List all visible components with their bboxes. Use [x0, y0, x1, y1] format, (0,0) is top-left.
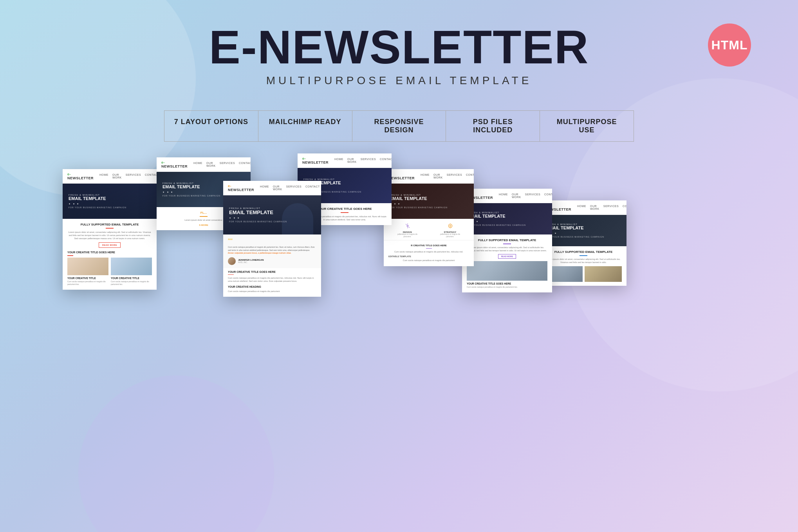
template-card-3[interactable]: e-NEWSLETTER HOME OUR WORK SERVICES CONT…	[223, 181, 321, 297]
template-nav-6: e-NEWSLETTER HOME OUR WORK SERVICES CONT…	[462, 189, 552, 203]
features-bar: 7 LAYOUT OPTIONS MAILCHIMP READY RESPONS…	[164, 110, 634, 142]
template-body-1: FULLY SUPPORTED EMAIL TEMPLATE Lorem ips…	[63, 219, 157, 290]
template-nav-2: e-NEWSLETTER HOME OUR WORK SERVICES CONT…	[157, 157, 251, 172]
design-icon	[404, 222, 412, 230]
feature-layout-options: 7 LAYOUT OPTIONS	[164, 111, 258, 141]
svg-point-0	[407, 225, 408, 227]
template-nav-links-6: HOME OUR WORK SERVICES CONTACT	[499, 193, 552, 198]
strategy-icon	[446, 222, 454, 230]
template-brand-4: e-NEWSLETTER	[302, 157, 329, 164]
feature-psd: PSD FILES INCLUDED	[446, 111, 540, 141]
main-title: E-NEWSLETTER	[0, 23, 798, 70]
card-img-1a	[67, 258, 108, 275]
template-nav-4: e-NEWSLETTER HOME OUR WORK SERVICES CONT…	[298, 153, 392, 168]
card-img-6	[467, 261, 547, 281]
hero-text-3: FRESH & MINIMALIST EMAIL TEMPLATE ✦ ✦ ✦ …	[229, 207, 315, 223]
template-card-6[interactable]: e-NEWSLETTER HOME OUR WORK SERVICES CONT…	[462, 189, 552, 292]
template-card-7[interactable]: e-NEWSLETTER HOME OUR WORK SERVICES CONT…	[540, 200, 626, 286]
hero-text-7: FRESH & MINIMALIST EMAIL TEMPLATE ✦ ✦ ✦ …	[546, 223, 621, 238]
hero-text-1: FRESH & MINIMALIST EMAIL TEMPLATE ✦ ✦ ✦ …	[69, 194, 151, 208]
template-brand-2: e-NEWSLETTER	[161, 161, 188, 168]
template-body-5: R CREATIVE TITLE GOES HERE Cum sociis na…	[384, 240, 474, 266]
templates-showcase: e-NEWSLETTER HOME OUR WORK SERVICES CONT…	[0, 150, 798, 482]
template-nav-links-7: HOME OUR WORK SERVICES CONTACT	[577, 205, 626, 210]
author-avatar	[228, 257, 236, 265]
template-body-3: YOUR CREATIVE TITLE GOES HERE Cum sociis…	[223, 268, 321, 297]
template-btn-6[interactable]: READ MORE	[498, 254, 516, 259]
svg-line-4	[408, 227, 409, 228]
svg-line-3	[406, 224, 406, 225]
sub-title: MULTIPURPOSE EMAIL TEMPLATE	[0, 74, 798, 87]
template-body-6: FULLY SUPPORTED EMAIL TEMPLATE Lorem ips…	[462, 234, 552, 292]
hero-text-5: FRESH & MINIMALIST EMAIL TEMPLATE ✦ ✦ ✦ …	[390, 194, 468, 208]
feature-mailchimp: MAILCHIMP READY	[258, 111, 352, 141]
hero-text-6: FRESH & MINIMALIST EMAIL TEMPLATE ✦ ✦ ✦ …	[468, 211, 546, 226]
template-card-5[interactable]: e-NEWSLETTER HOME OUR WORK SERVICES CONT…	[384, 169, 474, 266]
template-brand-5: e-NEWSLETTER	[388, 172, 415, 180]
template-brand-3: e-NEWSLETTER	[228, 184, 254, 192]
html-badge: HTML	[708, 23, 751, 67]
template-nav-links-4: HOME OUR WORK SERVICES CONTACT	[334, 158, 392, 163]
svg-point-5	[450, 225, 451, 227]
template-nav-links-3: HOME OUR WORK SERVICES CONTACT	[260, 185, 320, 191]
feature-multipurpose: MULTIPURPOSE USE	[540, 111, 634, 141]
template-nav-links-5: HOME OUR WORK SERVICES CONTACT	[421, 173, 474, 179]
template-icons-row: DESIGN pellentequs et magnis dis parturi…	[384, 219, 474, 240]
template-brand-1: e-NEWSLETTER	[67, 172, 94, 180]
template-body-7: FULLY SUPPORTED EMAIL TEMPLATE Lorem ips…	[540, 246, 626, 286]
template-nav-5: e-NEWSLETTER HOME OUR WORK SERVICES CONT…	[384, 169, 474, 184]
template-nav-3: e-NEWSLETTER HOME OUR WORK SERVICES CONT…	[223, 181, 321, 195]
template-nav-7: e-NEWSLETTER HOME OUR WORK SERVICES CONT…	[540, 200, 626, 215]
template-nav-1: e-NEWSLETTER HOME OUR WORK SERVICES CONT…	[63, 169, 157, 184]
template-card-1[interactable]: e-NEWSLETTER HOME OUR WORK SERVICES CONT…	[63, 169, 157, 290]
template-btn-1[interactable]: READ MORE	[99, 242, 121, 248]
card-img-7b	[585, 266, 622, 282]
card-img-1b	[111, 258, 152, 275]
header: HTML E-NEWSLETTER MULTIPURPOSE EMAIL TEM…	[0, 0, 798, 103]
template-testimonial: ““ Cum sociis natoque penatibus et magni…	[223, 234, 321, 268]
template-nav-links-2: HOME OUR WORK SERVICES CONTACT	[193, 162, 251, 167]
feature-responsive: RESPONSIVE DESIGN	[352, 111, 446, 141]
template-nav-links-1: HOME OUR WORK SERVICES CONTACT	[99, 173, 157, 179]
svg-point-6	[448, 224, 452, 227]
